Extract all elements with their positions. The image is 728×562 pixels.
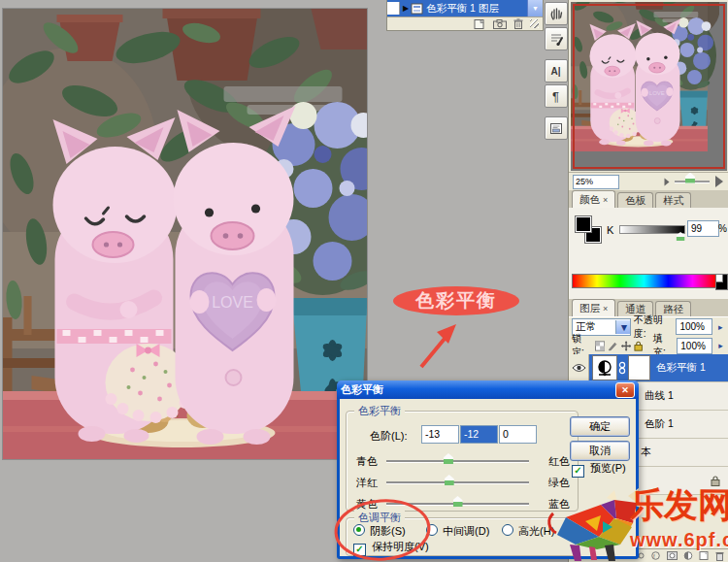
new-document-from-state-icon[interactable] [474, 19, 486, 29]
color-balance-callout: 色彩平衡 [393, 286, 519, 315]
paragraph-icon: ¶ [552, 89, 559, 104]
brushes-palette-button[interactable] [545, 27, 568, 50]
layer-mask-thumbnail[interactable] [628, 355, 650, 380]
navigator-zoom-slider[interactable] [675, 181, 711, 183]
new-layer-icon[interactable] [699, 551, 710, 560]
zoom-percent-input[interactable]: 25% [573, 175, 619, 189]
document-icon [549, 122, 563, 135]
slider-row-yellow-blue: 黄色 蓝色 [354, 497, 570, 511]
history-brush-palette-button[interactable] [545, 2, 568, 25]
foreground-color-swatch[interactable] [576, 216, 591, 232]
layer-row-color-balance[interactable]: 色彩平衡 1 [569, 354, 728, 382]
tab-close-icon[interactable]: × [603, 195, 608, 205]
level-input-cyan-red[interactable]: -13 [421, 425, 459, 444]
dialog-title: 色彩平衡 [341, 382, 383, 397]
document-canvas[interactable] [2, 8, 368, 460]
new-adjustment-icon[interactable] [683, 551, 693, 560]
zoom-in-icon[interactable] [715, 176, 723, 187]
midtones-radio[interactable]: 中间调(D) [426, 524, 489, 539]
preview-checkbox[interactable]: ✓ 预览(P) [572, 461, 626, 478]
history-brush-source-box[interactable] [387, 2, 400, 15]
color-balance-dialog: 色彩平衡 ✕ 色彩平衡 色阶(L): -13 -12 0 青色 红色 洋红 绿色 [337, 380, 639, 559]
fill-input[interactable]: 100% [677, 338, 712, 354]
lock-transparency-icon[interactable] [595, 341, 605, 351]
navigator-thumbnail[interactable] [571, 2, 727, 171]
slider-thumb[interactable] [453, 496, 463, 507]
color-panel-tabs: 颜色× 色板 样式 [569, 190, 728, 209]
tab-styles[interactable]: 样式 [655, 192, 691, 208]
history-state-label: 色彩平衡 1 图层 [426, 2, 499, 16]
new-snapshot-icon[interactable] [493, 19, 507, 29]
add-mask-icon[interactable] [667, 551, 678, 560]
tab-close-icon[interactable]: × [603, 304, 608, 314]
color-spectrum-ramp[interactable] [572, 274, 716, 288]
navigator-view-rect[interactable] [573, 4, 725, 169]
trash-icon[interactable] [513, 18, 523, 29]
spectrum-bw-swatches[interactable] [715, 274, 728, 290]
color-balance-group: 色彩平衡 色阶(L): -13 -12 0 青色 红色 洋红 绿色 黄色 [346, 411, 579, 512]
layer-state-icon [411, 3, 423, 15]
close-button[interactable]: ✕ [615, 382, 635, 398]
chevron-down-icon[interactable]: ▼ [615, 320, 630, 334]
highlights-radio[interactable]: 高光(H) [502, 524, 554, 539]
dialog-body: 色彩平衡 色阶(L): -13 -12 0 青色 红色 洋红 绿色 黄色 [340, 399, 636, 556]
paragraph-palette-button[interactable]: ¶ [545, 84, 568, 108]
layer-style-icon[interactable]: f [650, 551, 661, 560]
history-scroll-down-button[interactable]: ▼ [527, 0, 543, 17]
layer-name: 曲线 1 [645, 389, 674, 403]
slider-thumb[interactable] [445, 475, 454, 485]
history-panel: ▶ 色彩平衡 1 图层 ▼ [386, 0, 544, 31]
history-state-row[interactable]: ▶ 色彩平衡 1 图层 ▼ [387, 0, 543, 17]
yellow-blue-slider[interactable] [386, 503, 529, 506]
k-channel-slider[interactable] [619, 225, 685, 234]
k-slider-thumb[interactable] [677, 232, 685, 241]
resize-grip[interactable] [530, 19, 539, 28]
lock-all-icon[interactable] [634, 341, 643, 351]
magenta-green-slider[interactable] [386, 481, 529, 484]
radio-on-icon [353, 524, 365, 536]
cyan-red-slider[interactable] [386, 460, 529, 463]
k-value-input[interactable]: 99 [687, 220, 719, 237]
state-arrow-icon: ▶ [403, 4, 409, 13]
callout-arrow [408, 313, 476, 375]
zoom-slider-thumb[interactable] [685, 173, 695, 183]
adjustment-layer-thumbnail[interactable] [592, 355, 617, 380]
character-palette-button[interactable]: A| [545, 59, 568, 83]
shadows-radio[interactable]: 阴影(S) [353, 524, 406, 539]
cancel-button[interactable]: 取消 [570, 441, 630, 461]
level-input-yellow-blue[interactable]: 0 [499, 425, 537, 444]
navigator-zoom-bar: 25% [569, 172, 728, 190]
eye-icon [572, 363, 586, 373]
preserve-luminosity-checkbox[interactable]: ✓ 保持明度(V) [353, 540, 429, 556]
brush-strokes-icon [549, 32, 563, 46]
lock-pixels-icon[interactable] [608, 341, 617, 351]
dialog-titlebar[interactable]: 色彩平衡 ✕ [337, 380, 639, 399]
opacity-input[interactable]: 100% [676, 318, 711, 335]
tab-layers[interactable]: 图层× [572, 299, 615, 316]
level-input-magenta-green[interactable]: -12 [460, 425, 498, 444]
layer-name: 色彩平衡 1 [656, 361, 706, 375]
fill-spinner-icon[interactable]: ▸ [715, 339, 726, 352]
photoshop-workspace: LOVE ▶ 色彩平衡 1 图层 ▼ [0, 0, 728, 562]
ok-button[interactable]: 确定 [570, 416, 630, 437]
layer-name: 本 [641, 446, 651, 459]
delete-layer-icon[interactable] [715, 551, 724, 561]
svg-text:f: f [653, 553, 655, 559]
navigator-panel: 25% [568, 0, 728, 190]
chevron-down-icon: ▼ [532, 5, 539, 12]
preview-label: 预览(P) [590, 462, 626, 474]
lock-position-icon[interactable] [621, 341, 631, 351]
close-icon: ✕ [621, 385, 629, 395]
layer-comps-palette-button[interactable] [545, 116, 568, 140]
color-panel: 颜色× 色板 样式 K 99 % [568, 190, 728, 299]
history-panel-footer [387, 17, 543, 30]
slider-thumb[interactable] [444, 453, 453, 464]
opacity-spinner-icon[interactable]: ▸ [715, 320, 726, 334]
mask-link-icon[interactable] [618, 360, 626, 376]
zoom-out-icon[interactable] [664, 178, 669, 185]
levels-label: 色阶(L): [370, 429, 408, 444]
tab-color[interactable]: 颜色× [572, 190, 615, 208]
tab-swatches[interactable]: 色板 [617, 192, 653, 208]
checkbox-check-icon: ✓ [353, 544, 366, 556]
visibility-cell[interactable] [569, 354, 589, 381]
